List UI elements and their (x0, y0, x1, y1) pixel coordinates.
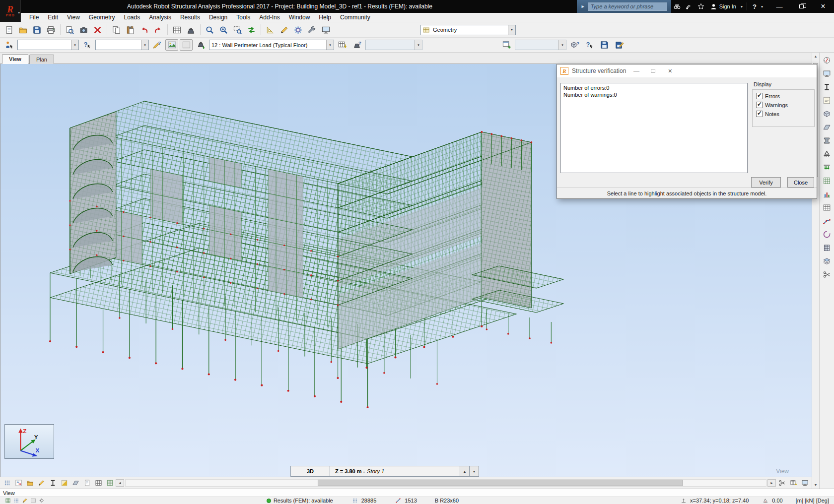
copy-icon[interactable] (110, 24, 123, 36)
sign-in-button[interactable]: Sign In (707, 0, 739, 13)
snap-grid-icon[interactable] (4, 497, 12, 504)
dropdown-arrow-icon[interactable]: ▾ (558, 40, 566, 50)
bar-numbers-icon[interactable]: 1234 (13, 478, 24, 488)
menu-geometry[interactable]: Geometry (84, 13, 120, 21)
table-display-icon[interactable] (93, 478, 104, 488)
results-diagram-icon[interactable] (821, 188, 833, 200)
delete-icon[interactable] (91, 24, 104, 36)
dialog-close-button[interactable]: × (663, 66, 677, 76)
dropdown-arrow-icon[interactable]: ▾ (326, 40, 334, 50)
selection-help-icon[interactable]: ? (80, 39, 94, 51)
tab-view[interactable]: View (2, 54, 28, 64)
frame-toggle-icon[interactable] (29, 497, 37, 504)
zoom-window-icon[interactable] (231, 24, 244, 36)
open-project-icon[interactable] (16, 24, 30, 36)
load-case-icon[interactable] (194, 39, 208, 51)
layers-icon[interactable] (821, 255, 833, 267)
scroll-down-button[interactable]: ▼ (812, 481, 820, 489)
edit-picture-icon[interactable] (613, 39, 626, 51)
verification-line[interactable]: Number of errors:0 (561, 84, 747, 91)
calculations-icon[interactable] (170, 24, 184, 36)
display-errors-checkbox[interactable]: Errors (756, 93, 811, 99)
favorites-star-icon[interactable] (695, 0, 707, 13)
bar-results-icon[interactable] (821, 215, 833, 227)
sign-in-caret-icon[interactable]: ▾ (739, 4, 744, 9)
verification-line[interactable]: Number of warnings:0 (561, 91, 747, 98)
menu-community[interactable]: Community (336, 13, 375, 21)
horizontal-scrollbar[interactable] (125, 479, 766, 487)
display-warnings-checkbox[interactable]: Warnings (756, 102, 811, 108)
edit-selection-icon[interactable]: ? (150, 39, 164, 51)
support-icon[interactable] (821, 148, 833, 160)
close-button[interactable]: × (812, 0, 834, 13)
tab-plan[interactable]: Plan (29, 55, 54, 64)
open-mini-icon[interactable] (24, 478, 35, 488)
screen-capture-icon[interactable] (77, 24, 90, 36)
verification-results-list[interactable]: Number of errors:0Number of warnings:0 (560, 83, 748, 173)
scroll-left-button[interactable]: ◄ (116, 479, 124, 487)
cut-planes-icon[interactable] (776, 478, 787, 488)
panel-icon[interactable] (821, 121, 833, 133)
doc-display-icon[interactable] (81, 478, 92, 488)
app-menu-caret-icon[interactable]: ▾ (18, 11, 20, 15)
load-help-icon[interactable]: ? (350, 39, 364, 51)
grid-display-icon[interactable] (104, 478, 115, 488)
edit-mode-icon[interactable] (21, 497, 29, 504)
menu-file[interactable]: File (25, 13, 43, 21)
dropdown-arrow-icon[interactable]: ▾ (415, 40, 422, 50)
units-display[interactable]: [m] [kN] [Deg] (796, 498, 829, 504)
dialog-minimize-button[interactable]: — (629, 66, 643, 76)
communication-center-icon[interactable] (683, 0, 695, 13)
print-preview-icon[interactable] (63, 24, 76, 36)
search-icon[interactable] (671, 0, 683, 13)
section-cut-icon[interactable] (821, 268, 833, 281)
save-project-icon[interactable] (30, 24, 44, 36)
measure-icon[interactable] (264, 24, 277, 36)
menu-addins[interactable]: Add-Ins (255, 13, 284, 21)
new-project-icon[interactable] (2, 24, 16, 36)
search-input[interactable] (588, 2, 667, 11)
node-numbers-icon[interactable] (1, 478, 12, 488)
view-compass-icon[interactable] (821, 54, 833, 66)
redo-icon[interactable] (151, 24, 165, 36)
dropdown-arrow-icon[interactable]: ▾ (141, 40, 148, 50)
render-settings-icon[interactable] (291, 24, 305, 36)
preferences-icon[interactable] (305, 24, 319, 36)
sketch-icon[interactable] (36, 478, 47, 488)
dialog-maximize-button[interactable] (646, 66, 660, 76)
display-notes-checkbox[interactable]: Notes (756, 111, 811, 117)
hatch-display-icon[interactable] (59, 478, 70, 488)
paste-icon[interactable] (124, 24, 137, 36)
menu-design[interactable]: Design (205, 13, 232, 21)
dialog-titlebar[interactable]: R Structure verification — × (557, 64, 817, 77)
story-down-button[interactable]: ▼ (470, 466, 479, 477)
results-table-icon[interactable] (821, 201, 833, 214)
active-view-label[interactable]: View (3, 490, 15, 496)
horizontal-scroll-thumb[interactable] (318, 480, 683, 486)
layout-selector-combo[interactable]: Geometry▾ (420, 25, 516, 35)
help-caret-icon[interactable]: ▾ (760, 4, 764, 9)
display-image-button[interactable] (165, 39, 178, 51)
view-3d-button[interactable]: 3D (290, 466, 330, 477)
load-record-icon[interactable] (336, 39, 349, 51)
dropdown-arrow-icon[interactable]: ▾ (508, 25, 515, 35)
story-up-button[interactable]: ▲ (460, 466, 470, 477)
menu-help[interactable]: Help (314, 13, 336, 21)
section-profile-icon[interactable] (821, 134, 833, 147)
object-inspector-icon[interactable]: ? (568, 39, 581, 51)
quick-help-icon[interactable]: ? (583, 39, 596, 51)
screen-display-icon[interactable] (821, 67, 833, 80)
bar-profile-icon[interactable] (821, 81, 833, 93)
load-case-combo[interactable]: 12 : Wall Perimeter Load (Typical Floor)… (209, 40, 334, 50)
minimize-button[interactable]: — (768, 0, 790, 13)
load-types-icon[interactable] (184, 24, 198, 36)
save-picture-icon[interactable] (598, 39, 611, 51)
dialog-close-action-button[interactable]: Close (787, 177, 814, 188)
fem-status[interactable]: Results (FEM): available (267, 498, 333, 504)
quick-table-icon[interactable] (788, 478, 799, 488)
panel-display-icon[interactable] (70, 478, 81, 488)
zoom-in-icon[interactable] (217, 24, 230, 36)
search-expand-icon[interactable]: ► (581, 4, 585, 9)
section-definition-icon[interactable] (278, 24, 291, 36)
screen-layout-icon[interactable] (799, 478, 810, 488)
